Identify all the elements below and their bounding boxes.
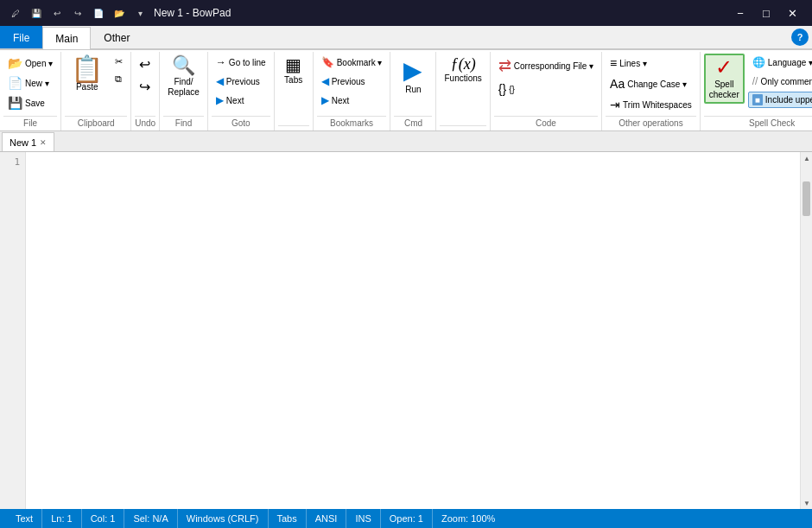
ribbon-group-find-content: 🔍 Find/Replace: [163, 54, 204, 114]
goto-line-label: Go to line: [229, 58, 266, 67]
undo-button[interactable]: ↩: [135, 54, 155, 75]
new-quick-btn[interactable]: 📄: [90, 4, 107, 22]
ribbon-group-functions-content: ƒ(x) Functions: [440, 54, 485, 124]
editor-tab-label: New 1: [10, 137, 36, 148]
vertical-scrollbar[interactable]: ▲ ▼: [800, 152, 812, 509]
goto-line-button[interactable]: → Go to line: [212, 54, 270, 71]
change-case-button[interactable]: Aa Change Case ▾: [606, 74, 691, 93]
maximize-button[interactable]: □: [753, 0, 779, 26]
open-icon: 📂: [8, 56, 22, 70]
bookmark-label: Bookmark ▾: [337, 58, 383, 67]
title-bar-left: 🖊 💾 ↩ ↪ 📄 📂 ▾ New 1 - BowPad: [7, 4, 231, 22]
editor-tab-new1[interactable]: New 1 ✕: [2, 132, 54, 151]
ribbon-group-goto: → Go to line ◀ Previous ▶ Next Goto: [208, 52, 275, 130]
redo-button[interactable]: ↪: [135, 76, 155, 98]
language-button[interactable]: 🌐 Language ▾: [748, 54, 812, 71]
quick-access-dropdown[interactable]: ▾: [131, 4, 149, 22]
corresponding-file-button[interactable]: ⇄ Corresponding File ▾: [494, 54, 598, 78]
next-button[interactable]: ▶ Next: [212, 92, 249, 109]
next-bookmark-button[interactable]: ▶ Next: [317, 92, 354, 109]
previous-button[interactable]: ◀ Previous: [212, 73, 264, 90]
status-open: Open: 1: [381, 509, 433, 528]
ribbon-group-tabs: ▦ Tabs: [275, 52, 314, 130]
functions-icon: ƒ(x): [451, 56, 476, 72]
save-label: Save: [25, 99, 45, 108]
redo-quick-btn[interactable]: ↪: [69, 4, 86, 22]
tab-other[interactable]: Other: [91, 26, 143, 48]
run-button[interactable]: ▶ Run: [394, 54, 432, 98]
new-button[interactable]: 📄 New ▾: [3, 73, 57, 92]
code-group-label: Code: [494, 116, 598, 130]
other-ops-group-label: Other operations: [606, 116, 696, 130]
bookmark-button[interactable]: 🔖 Bookmark ▾: [317, 54, 387, 71]
functions-button[interactable]: ƒ(x) Functions: [440, 54, 485, 86]
tab-file[interactable]: File: [0, 26, 42, 48]
change-case-icon: Aa: [610, 77, 625, 91]
open-quick-btn[interactable]: 📂: [111, 4, 128, 22]
next-bookmark-icon: ▶: [321, 94, 329, 106]
ribbon-group-spell-check: ✓ Spellchecker 🌐 Language ▾ // Only comm…: [701, 52, 812, 130]
ribbon-group-functions: ƒ(x) Functions: [436, 52, 490, 130]
undo-quick-btn[interactable]: ↩: [48, 4, 66, 22]
ribbon-group-file: 📂 Open ▾ 📄 New ▾ 💾 Save File: [0, 52, 61, 130]
goto-line-icon: →: [216, 56, 226, 68]
tabs-icon: ▦: [285, 56, 301, 73]
paste-label: Paste: [76, 82, 98, 92]
ribbon-group-other-ops-content: ≡ Lines ▾ Aa Change Case ▾ ⇥ Trim Whites…: [606, 54, 696, 114]
only-comments-icon: //: [752, 75, 758, 87]
only-comments-button[interactable]: // Only comments: [748, 73, 812, 90]
ribbon-group-cmd: ▶ Run Cmd: [390, 52, 436, 130]
editor-tab-close[interactable]: ✕: [40, 138, 47, 147]
ribbon-group-bookmarks: 🔖 Bookmark ▾ ◀ Previous ▶ Next Bookmarks: [314, 52, 391, 130]
prev-bookmark-label: Previous: [332, 77, 365, 86]
tabs-button[interactable]: ▦ Tabs: [278, 54, 309, 88]
trim-ws-button[interactable]: {} {}: [494, 80, 519, 99]
status-encoding: Windows (CRLF): [178, 509, 269, 528]
help-button[interactable]: ?: [791, 29, 809, 46]
save-quick-btn[interactable]: 💾: [28, 4, 45, 22]
functions-label: Functions: [444, 73, 481, 84]
cut-button[interactable]: ✂: [111, 54, 127, 70]
trim-ws-icon: {}: [498, 82, 506, 96]
tab-main[interactable]: Main: [42, 27, 91, 49]
scroll-down-arrow[interactable]: ▼: [801, 497, 812, 509]
prev-bookmark-icon: ◀: [321, 75, 329, 87]
bookmark-icon: 🔖: [321, 56, 334, 68]
open-button[interactable]: 📂 Open ▾: [3, 54, 57, 73]
lines-button[interactable]: ≡ Lines ▾: [606, 54, 651, 73]
status-tabs: Tabs: [269, 509, 307, 528]
trim-whitespace-button[interactable]: ⇥ Trim Whitespaces: [606, 95, 696, 114]
spell-checker-button[interactable]: ✓ Spellchecker: [704, 54, 745, 104]
close-button[interactable]: ✕: [779, 0, 805, 26]
next-bookmark-label: Next: [332, 96, 350, 105]
ribbon-group-other-ops: ≡ Lines ▾ Aa Change Case ▾ ⇥ Trim Whites…: [602, 52, 701, 130]
prev-bookmark-button[interactable]: ◀ Previous: [317, 73, 370, 90]
spell-checker-label: Spellchecker: [709, 80, 739, 100]
editor-textarea[interactable]: [26, 152, 800, 509]
cmd-group-label: Cmd: [394, 116, 432, 130]
paste-button[interactable]: 📋 Paste: [65, 54, 109, 94]
language-icon: 🌐: [752, 56, 765, 68]
find-replace-button[interactable]: 🔍 Find/Replace: [163, 54, 204, 100]
ribbon-group-find: 🔍 Find/Replace Find: [160, 52, 208, 130]
include-uppercase-button[interactable]: ■ Include uppercase: [748, 92, 812, 108]
editor-main: New 1 ✕ 1 ▲ ▼: [0, 131, 812, 509]
ribbon-group-tabs-content: ▦ Tabs: [278, 54, 309, 124]
trim-whitespace-icon: ⇥: [610, 98, 620, 111]
change-case-label: Change Case ▾: [627, 80, 687, 89]
status-sel: Sel: N/A: [124, 509, 177, 528]
status-ln: Ln: 1: [42, 509, 81, 528]
minimize-button[interactable]: −: [727, 0, 753, 26]
scroll-up-arrow[interactable]: ▲: [801, 152, 812, 164]
run-label: Run: [405, 85, 421, 95]
copy-button[interactable]: ⧉: [111, 71, 127, 87]
save-button[interactable]: 💾 Save: [3, 93, 57, 112]
scroll-thumb[interactable]: [802, 181, 810, 216]
status-col: Col: 1: [82, 509, 125, 528]
bookmarks-group-label: Bookmarks: [317, 116, 387, 130]
run-icon: ▶: [403, 56, 422, 85]
open-label: Open ▾: [25, 59, 53, 68]
corresponding-file-label: Corresponding File ▾: [514, 61, 593, 71]
functions-group-label: [440, 125, 485, 130]
clipboard-group-label: Clipboard: [65, 116, 127, 130]
